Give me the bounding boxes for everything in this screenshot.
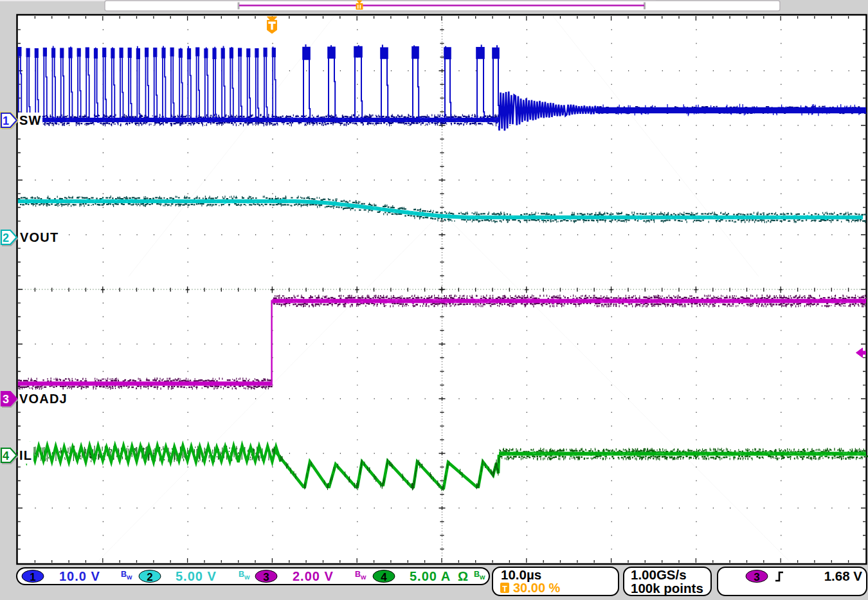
svg-text:VOADJ: VOADJ [19, 392, 68, 406]
svg-text:IL: IL [19, 448, 32, 462]
svg-text:2.00 V: 2.00 V [293, 569, 334, 583]
svg-text:1: 1 [3, 114, 9, 127]
svg-text:3: 3 [3, 393, 9, 406]
svg-text:5.00 V: 5.00 V [176, 569, 217, 583]
svg-text:Ω: Ω [458, 569, 468, 583]
svg-text:SW: SW [19, 113, 42, 127]
svg-text:30.00 %: 30.00 % [513, 581, 561, 595]
svg-text:2: 2 [3, 232, 9, 244]
svg-text:1: 1 [30, 571, 35, 583]
svg-text:4: 4 [3, 450, 9, 462]
svg-text:3: 3 [754, 571, 759, 583]
svg-text:T: T [502, 585, 507, 594]
svg-text:10.0µs: 10.0µs [501, 567, 541, 582]
svg-text:100k points: 100k points [631, 581, 703, 595]
svg-text:3: 3 [263, 571, 269, 583]
svg-text:1.00GS/s: 1.00GS/s [631, 567, 687, 582]
svg-text:1.68 V: 1.68 V [824, 568, 863, 583]
svg-text:4: 4 [381, 571, 387, 583]
svg-text:5.00 A: 5.00 A [410, 569, 451, 583]
svg-text:VOUT: VOUT [20, 230, 59, 244]
svg-text:2: 2 [147, 571, 152, 583]
svg-text:10.0 V: 10.0 V [59, 569, 100, 583]
